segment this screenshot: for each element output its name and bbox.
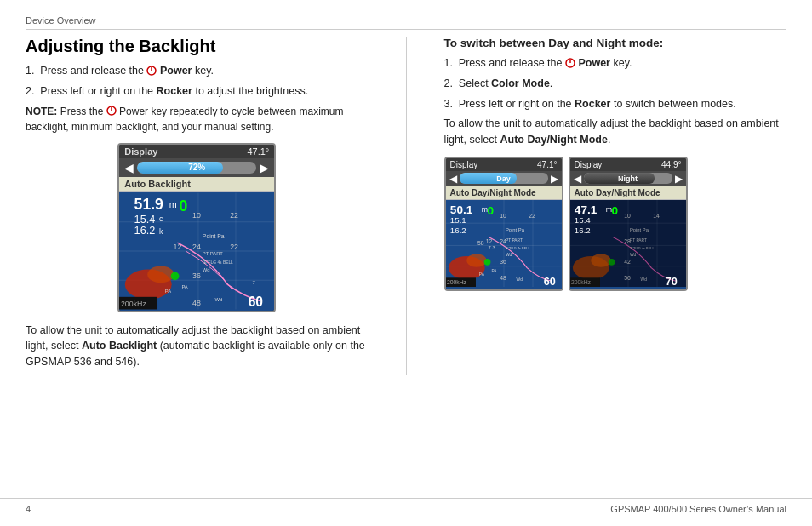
svg-text:PA: PA bbox=[478, 272, 484, 277]
svg-text:Wd: Wd bbox=[215, 296, 223, 301]
arrow-right-day[interactable]: ▶ bbox=[551, 173, 558, 185]
page: Device Overview Adjusting the Backlight … bbox=[0, 0, 812, 526]
svg-text:PA: PA bbox=[165, 288, 171, 293]
auto-day-night-label-day: Auto Day/Night Mode bbox=[446, 186, 562, 200]
screen-header-night: Display 44.9° bbox=[570, 158, 686, 171]
power-icon-note bbox=[106, 106, 117, 116]
map-area-left: 51.9 m 0 15.4 c 16.2 k bbox=[119, 192, 274, 311]
svg-text:Point Pa: Point Pa bbox=[629, 227, 649, 232]
svg-text:50.1: 50.1 bbox=[449, 203, 472, 215]
svg-text:42: 42 bbox=[624, 259, 631, 265]
screen-title-night: Display bbox=[575, 160, 603, 169]
step-2: 2. Press left or right on the Rocker to … bbox=[26, 83, 369, 100]
svg-text:60: 60 bbox=[543, 276, 555, 287]
auto-day-night-label-night: Auto Day/Night Mode bbox=[570, 186, 686, 200]
screen-header-day: Display 47.1° bbox=[446, 158, 562, 171]
svg-text:"E"FLG 4s BELL: "E"FLG 4s BELL bbox=[505, 246, 529, 250]
auto-backlight-label: Auto Backlight bbox=[119, 177, 274, 192]
svg-text:PT PART: PT PART bbox=[629, 237, 646, 242]
svg-text:51.9: 51.9 bbox=[134, 196, 163, 213]
map-svg-night: 47.1 m 0 15.4 16.2 10 14 28 bbox=[570, 200, 686, 287]
right-step-2: 2. Select Color Mode. bbox=[444, 76, 787, 92]
map-svg-day: 50.1 m 0 15.1 16.2 10 22 24 bbox=[446, 200, 562, 287]
slider-label-day: Day bbox=[460, 173, 548, 184]
svg-text:22: 22 bbox=[230, 210, 238, 219]
arrow-left-day[interactable]: ◀ bbox=[449, 173, 457, 185]
svg-point-29 bbox=[171, 272, 180, 280]
svg-text:70: 70 bbox=[665, 276, 677, 287]
svg-point-89 bbox=[591, 254, 610, 267]
slider-label-night: Night bbox=[584, 173, 672, 184]
svg-text:10: 10 bbox=[192, 210, 201, 219]
slider-row-left: ◀ 72% ▶ bbox=[119, 158, 274, 177]
left-para: To allow the unit to automatically adjus… bbox=[26, 323, 369, 370]
svg-text:16.2: 16.2 bbox=[574, 226, 590, 235]
device-screen-day: Display 47.1° ◀ Day ▶ Auto Day/Night Mod… bbox=[444, 157, 563, 291]
screen-temp-night: 44.9° bbox=[661, 160, 681, 169]
svg-text:200kHz: 200kHz bbox=[446, 279, 466, 285]
svg-text:16.2: 16.2 bbox=[134, 224, 156, 237]
page-title: Adjusting the Backlight bbox=[26, 37, 369, 56]
svg-text:PA: PA bbox=[182, 284, 188, 289]
svg-point-25 bbox=[148, 266, 174, 283]
svg-text:15.1: 15.1 bbox=[449, 215, 466, 225]
arrow-left-night[interactable]: ◀ bbox=[574, 173, 581, 185]
arrow-right-night[interactable]: ▶ bbox=[675, 173, 683, 185]
arrow-left[interactable]: ◀ bbox=[124, 161, 134, 174]
vertical-divider bbox=[406, 37, 407, 375]
slider-track-night: Night bbox=[584, 173, 672, 184]
manual-title: GPSMAP 400/500 Series Owner’s Manual bbox=[610, 504, 786, 514]
svg-text:36: 36 bbox=[192, 272, 201, 280]
svg-text:"E"FLG 4s BELL: "E"FLG 4s BELL bbox=[629, 246, 654, 250]
right-step-1: 1. Press and release the Power key. bbox=[444, 55, 787, 71]
svg-text:15.4: 15.4 bbox=[574, 215, 590, 225]
arrow-right[interactable]: ▶ bbox=[260, 161, 269, 174]
svg-text:48: 48 bbox=[192, 298, 201, 306]
svg-text:Wd: Wd bbox=[516, 277, 523, 282]
svg-text:k: k bbox=[159, 227, 163, 236]
svg-text:c: c bbox=[159, 214, 163, 222]
svg-text:Wd: Wd bbox=[203, 267, 210, 272]
svg-text:"E"FLG 4s BELL: "E"FLG 4s BELL bbox=[203, 260, 233, 264]
svg-text:24: 24 bbox=[192, 243, 201, 251]
devices-row: Display 47.1° ◀ Day ▶ Auto Day/Night Mod… bbox=[444, 157, 787, 291]
svg-text:Wd: Wd bbox=[629, 253, 636, 257]
breadcrumb: Device Overview bbox=[26, 15, 786, 26]
svg-text:60: 60 bbox=[249, 294, 264, 308]
left-column: Adjusting the Backlight 1. Press and rel… bbox=[26, 37, 369, 375]
svg-text:58: 58 bbox=[477, 240, 483, 246]
svg-text:22: 22 bbox=[230, 243, 238, 251]
right-para: To allow the unit to automatically adjus… bbox=[444, 116, 787, 148]
slider-row-night: ◀ Night ▶ bbox=[570, 171, 686, 186]
svg-text:10: 10 bbox=[500, 213, 506, 219]
screen-title-day: Display bbox=[450, 160, 478, 169]
svg-text:0: 0 bbox=[611, 204, 618, 217]
slider-label: 72% bbox=[137, 162, 256, 174]
page-number: 4 bbox=[26, 504, 31, 514]
svg-text:200kHz: 200kHz bbox=[570, 279, 591, 285]
svg-text:Wd: Wd bbox=[505, 253, 512, 257]
svg-text:Point Pa: Point Pa bbox=[505, 227, 524, 232]
svg-text:0: 0 bbox=[487, 204, 494, 217]
map-svg-left: 51.9 m 0 15.4 c 16.2 k bbox=[119, 192, 274, 311]
screen-title-left: Display bbox=[124, 146, 157, 157]
svg-text:36: 36 bbox=[500, 259, 506, 265]
svg-point-58 bbox=[466, 254, 486, 267]
map-area-day: 50.1 m 0 15.1 16.2 10 22 24 bbox=[446, 200, 562, 289]
svg-text:PT PART: PT PART bbox=[203, 250, 224, 255]
note: NOTE: Press the Power key repeatedly to … bbox=[26, 104, 369, 134]
svg-text:47.1: 47.1 bbox=[574, 203, 597, 215]
svg-text:200kHz: 200kHz bbox=[121, 299, 146, 307]
slider-track-day: Day bbox=[460, 173, 548, 184]
svg-point-93 bbox=[608, 259, 615, 266]
device-screenshot-left: Display 47.1° ◀ 72% ▶ Auto Backlight bbox=[26, 143, 369, 312]
svg-point-62 bbox=[483, 259, 490, 266]
svg-text:48: 48 bbox=[500, 275, 506, 281]
svg-text:Point Pa: Point Pa bbox=[203, 233, 225, 239]
svg-text:14: 14 bbox=[653, 213, 660, 219]
screen-temp-left: 47.1° bbox=[247, 146, 269, 157]
svg-text:Wd: Wd bbox=[640, 277, 647, 282]
step-1: 1. Press and release the Power key. bbox=[26, 63, 369, 79]
svg-text:16.2: 16.2 bbox=[449, 226, 466, 235]
screen-header-left: Display 47.1° bbox=[119, 145, 274, 158]
